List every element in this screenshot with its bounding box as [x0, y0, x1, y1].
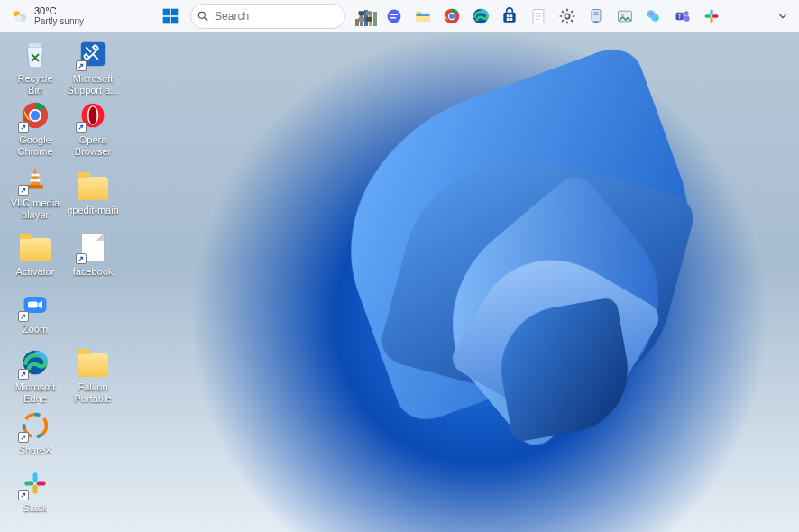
shortcut-arrow-icon — [18, 185, 29, 196]
svg-rect-10 — [366, 11, 372, 15]
desktop-icon-falkon-folder[interactable]: Falkon Portable — [65, 344, 121, 406]
taskbar-chrome[interactable] — [439, 4, 464, 29]
task-view-icon — [356, 7, 374, 25]
search-box[interactable] — [190, 4, 345, 29]
edge-icon — [472, 7, 490, 25]
svg-rect-11 — [359, 16, 365, 21]
device-app-icon — [587, 7, 605, 25]
desktop-icon-label: Microsoft Edge — [9, 381, 61, 404]
desktop-icon-label: Falkon Portable — [67, 381, 119, 404]
desktop-icon-microsoft-edge[interactable]: Microsoft Edge — [7, 344, 63, 406]
taskbar-photos[interactable] — [612, 4, 638, 29]
taskbar-teams[interactable]: T — [670, 4, 695, 29]
shortcut-arrow-icon — [18, 432, 29, 443]
notepad-icon — [529, 7, 547, 25]
shortcut-arrow-icon — [76, 122, 87, 133]
svg-point-13 — [388, 9, 401, 23]
windows-logo-icon — [161, 7, 179, 25]
search-icon — [197, 10, 209, 23]
desktop-icon-activator-folder[interactable]: Activator — [7, 229, 63, 280]
svg-rect-5 — [163, 16, 170, 23]
svg-rect-20 — [503, 12, 515, 22]
svg-rect-51 — [31, 179, 41, 182]
svg-rect-60 — [24, 482, 33, 486]
svg-rect-50 — [32, 174, 40, 177]
taskbar-task-view[interactable] — [353, 4, 378, 29]
desktop-icon-label: Opera Browser — [67, 134, 119, 157]
taskbar-store[interactable] — [497, 4, 522, 29]
desktop-icon-label: facebook — [73, 266, 114, 278]
desktop-icon-opera[interactable]: Opera Browser — [65, 97, 121, 159]
weather-partly-sunny-icon — [11, 7, 29, 25]
svg-text:T: T — [678, 13, 682, 19]
svg-point-2 — [14, 15, 22, 22]
desktop-icon-sharex[interactable]: ShareX — [7, 408, 63, 458]
svg-point-7 — [198, 12, 205, 18]
svg-rect-30 — [592, 9, 601, 21]
taskbar-slack[interactable] — [699, 4, 724, 29]
desktop-icon-gpedit-folder[interactable]: gpedit-main — [65, 168, 121, 218]
weather-widget[interactable]: 30°C Partly sunny — [5, 4, 89, 28]
shortcut-arrow-icon — [18, 311, 29, 322]
svg-rect-9 — [359, 11, 365, 15]
svg-rect-46 — [29, 43, 41, 47]
desktop-icon-label: Slack — [23, 502, 48, 514]
desktop-icon-recycle-bin[interactable]: Recycle Bin — [7, 36, 63, 97]
desktop-icon-facebook-file[interactable]: facebook — [65, 229, 121, 280]
taskbar-device-app[interactable] — [583, 4, 609, 29]
desktop-icon-label: Google Chrome — [9, 134, 61, 157]
file-explorer-icon — [414, 7, 432, 25]
start-button[interactable] — [158, 4, 183, 29]
taskbar-file-explorer[interactable] — [410, 4, 436, 29]
svg-rect-24 — [510, 18, 512, 21]
chevron-down-icon — [776, 10, 789, 23]
svg-rect-61 — [37, 482, 46, 486]
svg-rect-31 — [594, 21, 599, 23]
svg-rect-59 — [33, 485, 38, 494]
taskbar-edge[interactable] — [468, 4, 493, 29]
taskbar-chat[interactable] — [381, 4, 407, 29]
svg-point-29 — [565, 14, 569, 18]
svg-rect-52 — [27, 185, 43, 188]
svg-line-8 — [205, 17, 208, 21]
taskbar-copilot[interactable] — [641, 4, 666, 29]
store-icon — [501, 7, 519, 25]
svg-rect-4 — [171, 8, 179, 15]
copilot-icon — [645, 7, 663, 25]
svg-point-40 — [684, 11, 689, 15]
svg-rect-41 — [684, 15, 690, 22]
taskbar-overflow-chevron[interactable] — [772, 5, 794, 27]
svg-rect-12 — [366, 16, 372, 21]
desktop-icon-vlc[interactable]: VLC media player — [7, 161, 63, 222]
svg-rect-21 — [507, 14, 510, 17]
weather-desc: Partly sunny — [34, 16, 84, 26]
desktop-icon-label: ShareX — [19, 445, 52, 456]
svg-rect-43 — [710, 16, 712, 23]
svg-rect-23 — [507, 18, 510, 21]
teams-icon: T — [674, 7, 692, 25]
taskbar-notepad[interactable] — [526, 4, 551, 29]
svg-point-18 — [449, 14, 455, 19]
slack-icon — [703, 7, 721, 25]
desktop-icon-label: Zoom — [23, 324, 48, 335]
desktop-icon-slack[interactable]: Slack — [7, 465, 63, 516]
shortcut-arrow-icon — [76, 253, 87, 264]
desktop[interactable]: Recycle Bin Google Chrome — [4, 36, 799, 532]
svg-point-35 — [621, 13, 624, 15]
search-input[interactable] — [215, 10, 350, 23]
taskbar-right — [772, 5, 794, 27]
desktop-icon-microsoft-support[interactable]: Microsoft Support a... — [65, 36, 121, 97]
desktop-icon-zoom[interactable]: Zoom — [7, 287, 63, 337]
svg-point-37 — [655, 16, 657, 19]
photos-icon — [616, 7, 634, 25]
gear-icon — [558, 7, 576, 25]
desktop-icon-google-chrome[interactable]: Google Chrome — [7, 97, 63, 159]
taskbar-pinned-apps: T — [353, 4, 724, 29]
shortcut-arrow-icon — [76, 60, 87, 71]
svg-rect-22 — [510, 14, 512, 17]
folder-icon — [78, 353, 108, 377]
taskbar-settings[interactable] — [555, 4, 580, 29]
weather-temp: 30°C — [34, 5, 84, 16]
svg-rect-3 — [163, 8, 170, 15]
svg-rect-15 — [417, 14, 430, 16]
